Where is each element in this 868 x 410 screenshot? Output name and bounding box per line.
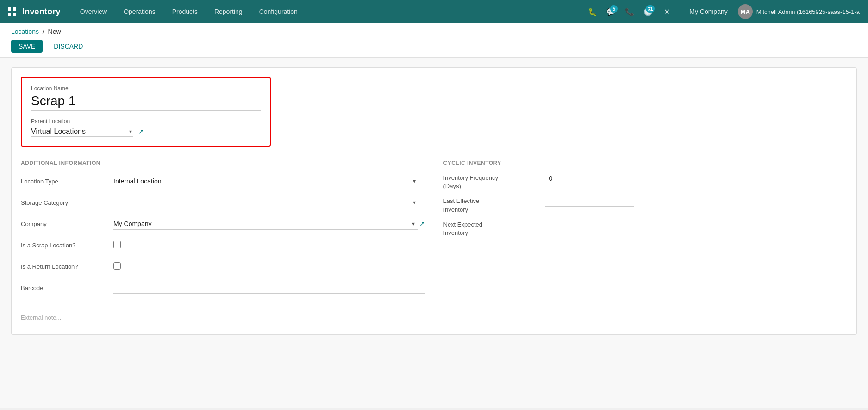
save-button[interactable]: SAVE <box>11 40 43 53</box>
parent-location-row: Virtual Locations ▾ ↗ <box>31 126 261 137</box>
phone-icon-btn[interactable]: 📞 <box>622 4 637 19</box>
storage-category-label: Storage Category <box>21 199 113 206</box>
location-type-wrapper: Internal Location ▾ <box>113 176 425 187</box>
main-content: Location Name Parent Location Virtual Lo… <box>0 58 868 408</box>
user-label: Mitchell Admin (16165925-saas-15-1-a <box>756 8 860 15</box>
company-selector[interactable]: My Company <box>686 8 731 15</box>
parent-location-label: Parent Location <box>31 118 261 125</box>
nav-right: 🐛 💬 5 📞 🕐 31 ✕ My Company MA Mitchell Ad… <box>585 4 862 19</box>
nav-configuration[interactable]: Configuration <box>251 0 306 23</box>
chat-badge: 5 <box>610 5 618 13</box>
storage-category-value: ▾ <box>113 197 425 208</box>
additional-info-section: Additional Information Location Type Int… <box>21 160 847 325</box>
nav-divider <box>680 6 680 17</box>
history-badge: 31 <box>646 5 655 13</box>
inventory-frequency-row: Inventory Frequency(Days) <box>443 174 848 190</box>
location-type-label: Location Type <box>21 178 113 185</box>
company-field-wrapper: My Company ▾ ↗ <box>113 218 425 230</box>
storage-category-select[interactable] <box>113 197 425 208</box>
nav-menu: Overview Operations Products Reporting C… <box>72 0 585 23</box>
user-menu[interactable]: MA Mitchell Admin (16165925-saas-15-1-a <box>735 4 862 19</box>
is-scrap-label: Is a Scrap Location? <box>21 242 113 249</box>
bug-icon: 🐛 <box>588 7 597 16</box>
close-icon-btn[interactable]: ✕ <box>659 4 674 19</box>
nav-overview[interactable]: Overview <box>72 0 115 23</box>
next-expected-input[interactable] <box>545 221 634 230</box>
svg-rect-1 <box>13 7 16 11</box>
app-brand: Inventory <box>22 7 61 17</box>
breadcrumb: Locations / New <box>11 28 857 35</box>
last-effective-row: Last EffectiveInventory <box>443 197 848 214</box>
parent-location-wrapper: Virtual Locations ▾ <box>31 126 133 137</box>
breadcrumb-parent[interactable]: Locations <box>11 28 39 35</box>
svg-rect-3 <box>13 13 16 16</box>
toolbar-area: Locations / New SAVE DISCARD <box>0 23 868 58</box>
app-grid-icon[interactable] <box>6 5 19 18</box>
is-return-checkbox[interactable] <box>113 262 121 270</box>
is-scrap-checkbox[interactable] <box>113 241 121 248</box>
is-scrap-row: Is a Scrap Location? <box>21 238 425 252</box>
storage-category-row: Storage Category ▾ <box>21 195 425 210</box>
barcode-value <box>113 282 425 294</box>
location-name-input[interactable] <box>31 94 261 111</box>
breadcrumb-separator: / <box>43 28 46 35</box>
form-card: Location Name Parent Location Virtual Lo… <box>11 67 857 335</box>
section-divider <box>21 303 425 303</box>
external-note-field[interactable]: External note... <box>21 310 425 325</box>
is-return-row: Is a Return Location? <box>21 259 425 274</box>
parent-location-external-link-icon[interactable]: ↗ <box>138 128 144 135</box>
parent-location-select[interactable]: Virtual Locations <box>31 126 133 137</box>
breadcrumb-current: New <box>48 28 61 35</box>
location-name-label: Location Name <box>31 85 261 92</box>
inventory-frequency-input[interactable] <box>545 174 582 183</box>
left-column: Additional Information Location Type Int… <box>21 160 425 325</box>
nav-reporting[interactable]: Reporting <box>206 0 251 23</box>
chat-icon-btn[interactable]: 💬 5 <box>604 4 618 19</box>
is-scrap-value <box>113 241 425 250</box>
company-select[interactable]: My Company <box>113 218 418 230</box>
location-name-box: Location Name Parent Location Virtual Lo… <box>21 77 271 147</box>
barcode-input[interactable] <box>113 282 425 294</box>
is-return-value <box>113 262 425 271</box>
phone-icon: 📞 <box>625 7 634 16</box>
company-row: Company My Company ▾ ↗ <box>21 216 425 231</box>
location-type-row: Location Type Internal Location ▾ <box>21 174 425 189</box>
nav-operations[interactable]: Operations <box>115 0 163 23</box>
location-type-value: Internal Location ▾ <box>113 176 425 187</box>
bug-icon-btn[interactable]: 🐛 <box>585 4 600 19</box>
discard-button[interactable]: DISCARD <box>46 40 90 53</box>
additional-info-heading: Additional Information <box>21 160 425 166</box>
company-external-link-icon[interactable]: ↗ <box>419 220 425 227</box>
avatar: MA <box>738 4 753 19</box>
company-label: Company <box>21 221 113 227</box>
next-expected-label: Next ExpectedInventory <box>443 221 545 237</box>
action-buttons: SAVE DISCARD <box>11 40 857 57</box>
location-type-select[interactable]: Internal Location <box>113 176 425 187</box>
next-expected-row: Next ExpectedInventory <box>443 221 848 237</box>
close-icon: ✕ <box>664 7 670 16</box>
company-wrapper: My Company ▾ ↗ <box>113 218 425 230</box>
last-effective-label: Last EffectiveInventory <box>443 197 545 214</box>
nav-products[interactable]: Products <box>164 0 206 23</box>
last-effective-input[interactable] <box>545 197 634 207</box>
right-column: Cyclic Inventory Inventory Frequency(Day… <box>443 160 848 325</box>
svg-rect-2 <box>8 13 11 16</box>
cyclic-inventory-heading: Cyclic Inventory <box>443 160 848 166</box>
inventory-frequency-label: Inventory Frequency(Days) <box>443 174 545 190</box>
history-icon-btn[interactable]: 🕐 31 <box>641 4 656 19</box>
barcode-label: Barcode <box>21 284 113 291</box>
storage-category-wrapper: ▾ <box>113 197 425 208</box>
barcode-row: Barcode <box>21 280 425 295</box>
svg-rect-0 <box>8 7 11 11</box>
is-return-label: Is a Return Location? <box>21 263 113 270</box>
top-navigation: Inventory Overview Operations Products R… <box>0 0 868 23</box>
